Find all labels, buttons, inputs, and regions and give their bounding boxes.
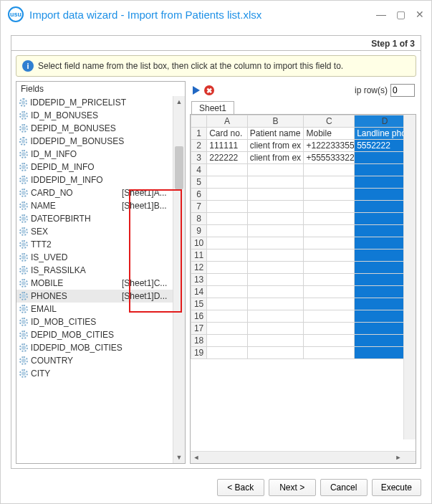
grid-cell[interactable] [247, 249, 304, 262]
grid-cell[interactable]: +122233355 [304, 140, 355, 152]
field-row[interactable]: ID_M_INFO [16, 148, 173, 161]
field-row[interactable]: IS_RASSILKA [16, 264, 173, 277]
grid-cell[interactable] [304, 201, 355, 213]
row-header[interactable]: 8 [191, 213, 207, 225]
grid-cell[interactable] [207, 249, 248, 262]
row-header[interactable]: 9 [191, 225, 207, 237]
grid-cell[interactable] [304, 310, 355, 323]
minimize-icon[interactable]: — [376, 9, 386, 19]
grid-cell[interactable]: +555533322 [304, 152, 355, 164]
grid-cell[interactable] [207, 335, 248, 347]
grid-cell[interactable] [247, 274, 304, 286]
field-row[interactable]: DEPID_MOB_CITIES [16, 328, 173, 341]
grid-cell[interactable]: client from ex [247, 152, 304, 164]
row-header[interactable]: 2 [191, 140, 207, 152]
maximize-icon[interactable]: ▢ [396, 9, 405, 19]
grid-cell[interactable] [207, 286, 248, 298]
next-button[interactable]: Next > [269, 479, 316, 496]
grid-table[interactable]: ABCD1Card no.Patient nameMobileLandline … [191, 115, 416, 359]
grid-cell[interactable] [207, 323, 248, 335]
field-row[interactable]: DATEOFBIRTH [16, 212, 173, 225]
field-row[interactable]: MOBILE[Sheet1]C... [16, 277, 173, 290]
row-header[interactable]: 11 [191, 249, 207, 262]
field-row[interactable]: IDDEPID_M_INFO [16, 173, 173, 186]
row-header[interactable]: 15 [191, 298, 207, 310]
grid-cell[interactable] [304, 347, 355, 359]
field-row[interactable]: EMAIL [16, 303, 173, 315]
grid-cell[interactable]: 222222 [207, 152, 248, 164]
error-icon[interactable]: ✖ [204, 85, 214, 95]
row-header[interactable]: 16 [191, 310, 207, 323]
field-row[interactable]: IDDEPID_MOB_CITIES [16, 341, 173, 354]
grid-cell[interactable] [207, 274, 248, 286]
row-header[interactable]: 17 [191, 323, 207, 335]
scroll-thumb[interactable] [175, 146, 183, 189]
grid-cell[interactable]: client from ex [247, 140, 304, 152]
col-header-letter[interactable]: A [207, 115, 248, 128]
grid-cell[interactable] [247, 262, 304, 274]
grid-cell[interactable] [247, 286, 304, 298]
grid-cell[interactable] [207, 237, 248, 249]
col-header-letter[interactable]: C [304, 115, 355, 128]
grid-cell[interactable] [304, 335, 355, 347]
grid-vscrollbar[interactable] [403, 115, 416, 439]
row-header[interactable]: 12 [191, 262, 207, 274]
grid-cell[interactable]: Card no. [207, 128, 248, 140]
grid-cell[interactable] [247, 298, 304, 310]
sheet-tab[interactable]: Sheet1 [191, 101, 234, 115]
grid-cell[interactable] [247, 347, 304, 359]
row-header[interactable]: 5 [191, 176, 207, 189]
grid-cell[interactable] [247, 164, 304, 176]
grid-cell[interactable] [247, 335, 304, 347]
grid-cell[interactable] [247, 189, 304, 201]
grid-cell[interactable] [304, 225, 355, 237]
row-header[interactable]: 7 [191, 201, 207, 213]
field-row[interactable]: IDDEPID_M_PRICELIST [16, 96, 173, 109]
row-header[interactable]: 19 [191, 347, 207, 359]
field-row[interactable]: CITY [16, 367, 173, 380]
grid-cell[interactable] [247, 323, 304, 335]
grid-cell[interactable] [304, 286, 355, 298]
grid-cell[interactable] [247, 201, 304, 213]
field-row[interactable]: NAME[Sheet1]B... [16, 199, 173, 212]
grid-cell[interactable] [207, 298, 248, 310]
grid-cell[interactable] [304, 298, 355, 310]
fields-list[interactable]: IDDEPID_M_PRICELISTID_M_BONUSESDEPID_M_B… [16, 96, 173, 463]
field-row[interactable]: DEPID_M_BONUSES [16, 122, 173, 135]
grid-cell[interactable] [304, 176, 355, 189]
grid-cell[interactable]: 111111 [207, 140, 248, 152]
grid-cell[interactable] [207, 164, 248, 176]
scroll-up-icon[interactable]: ▲ [173, 96, 185, 108]
grid-cell[interactable] [207, 347, 248, 359]
grid-cell[interactable] [247, 213, 304, 225]
grid-cell[interactable] [247, 237, 304, 249]
grid-cell[interactable] [207, 189, 248, 201]
field-row[interactable]: ID_M_BONUSES [16, 109, 173, 122]
grid-cell[interactable] [304, 249, 355, 262]
grid-cell[interactable] [207, 310, 248, 323]
grid-cell[interactable] [207, 201, 248, 213]
scroll-down-icon[interactable]: ▼ [173, 452, 185, 463]
grid-cell[interactable]: Mobile [304, 128, 355, 140]
skip-rows-input[interactable] [390, 84, 415, 97]
grid-cell[interactable] [304, 189, 355, 201]
field-row[interactable]: DEPID_M_INFO [16, 161, 173, 173]
grid-cell[interactable]: Patient name [247, 128, 304, 140]
row-header[interactable]: 13 [191, 274, 207, 286]
row-header[interactable]: 14 [191, 286, 207, 298]
row-header[interactable]: 3 [191, 152, 207, 164]
grid-cell[interactable] [304, 323, 355, 335]
grid-cell[interactable] [247, 310, 304, 323]
field-row[interactable]: SEX [16, 225, 173, 238]
grid-cell[interactable] [247, 225, 304, 237]
field-row[interactable]: COUNTRY [16, 354, 173, 367]
grid-cell[interactable] [304, 274, 355, 286]
hscroll-left-icon[interactable]: ◄ [191, 454, 202, 461]
back-button[interactable]: < Back [217, 479, 264, 496]
execute-button[interactable]: Execute [372, 479, 421, 496]
row-header[interactable]: 10 [191, 237, 207, 249]
field-row[interactable]: TTT2 [16, 238, 173, 251]
row-header[interactable]: 6 [191, 189, 207, 201]
col-header-letter[interactable]: B [247, 115, 304, 128]
grid-cell[interactable] [207, 225, 248, 237]
